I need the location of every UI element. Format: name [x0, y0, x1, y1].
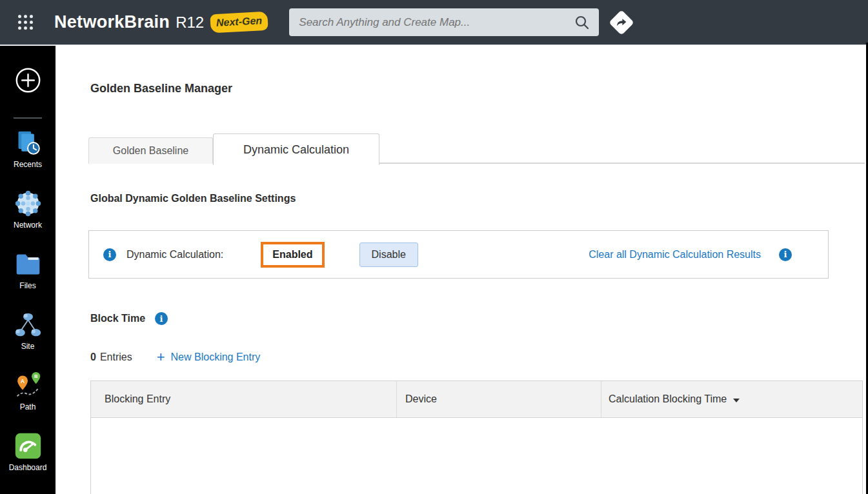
sidebar-label: Dashboard [9, 463, 47, 472]
blocking-entries-table: Blocking Entry Device Calculation Blocki… [90, 380, 863, 494]
network-globe-icon [14, 189, 43, 218]
map-redirect-icon[interactable] [609, 10, 634, 35]
top-bar: NetworkBrain R12 Next-Gen [0, 0, 868, 45]
settings-section-heading: Global Dynamic Golden Baseline Settings [90, 193, 296, 204]
table-body-empty [90, 418, 863, 494]
tab-strip: Golden Baseline Dynamic Calculation [88, 133, 865, 164]
dashboard-gauge-icon [14, 431, 43, 460]
sidebar-item-path[interactable]: A B Path [0, 371, 56, 411]
info-icon[interactable]: i [103, 248, 116, 261]
enabled-status-highlight: Enabled [261, 242, 324, 268]
sidebar-label: Path [20, 402, 36, 411]
search-input[interactable] [289, 16, 574, 29]
clear-results-group: Clear all Dynamic Calculation Results i [589, 248, 792, 261]
tab-label: Dynamic Calculation [243, 143, 349, 157]
block-time-heading: Block Time [90, 313, 145, 324]
entries-toolbar: 0 Entries + New Blocking Entry [90, 349, 260, 366]
entries-count: 0 [90, 351, 96, 363]
site-tree-icon [14, 310, 43, 339]
plus-icon: + [157, 349, 165, 366]
brand-version: R12 [176, 14, 204, 32]
sidebar-label: Site [21, 342, 35, 351]
pin-b-letter: B [34, 373, 37, 379]
tab-golden-baseline[interactable]: Golden Baseline [88, 137, 213, 164]
clear-results-link[interactable]: Clear all Dynamic Calculation Results [589, 249, 761, 261]
sidebar-label: Recents [14, 160, 42, 169]
new-blocking-entry-label: New Blocking Entry [171, 351, 261, 363]
column-header-blocking-entry: Blocking Entry [91, 381, 396, 417]
sort-descending-icon [733, 399, 740, 402]
tab-dynamic-calculation[interactable]: Dynamic Calculation [213, 133, 379, 165]
sidebar-item-network[interactable]: Network [0, 189, 56, 230]
dynamic-calculation-settings-panel: i Dynamic Calculation: Enabled Disable C… [88, 230, 829, 279]
info-icon[interactable]: i [155, 312, 168, 325]
create-new-button[interactable] [15, 67, 41, 94]
dynamic-calculation-label: Dynamic Calculation: [126, 249, 223, 261]
new-blocking-entry-link[interactable]: + New Blocking Entry [157, 349, 261, 366]
block-time-section-header: Block Time i [90, 312, 168, 325]
entries-label: Entries [100, 351, 132, 363]
global-search [289, 8, 599, 36]
recents-icon [14, 128, 43, 157]
tab-label: Golden Baseline [113, 145, 188, 157]
table-header-row: Blocking Entry Device Calculation Blocki… [90, 380, 863, 418]
column-header-calculation-blocking-time[interactable]: Calculation Blocking Time [601, 381, 862, 417]
app-menu-icon[interactable] [18, 15, 33, 30]
column-header-device: Device [396, 381, 601, 417]
sidebar-item-files[interactable]: Files [0, 250, 56, 290]
main-content: Golden Baseline Manager Golden Baseline … [56, 46, 866, 494]
status-value: Enabled [272, 249, 312, 260]
disable-button[interactable]: Disable [359, 242, 418, 267]
sidebar-divider [14, 117, 42, 119]
sidebar-item-dashboard[interactable]: Dashboard [0, 431, 56, 472]
share-arrow-icon [614, 15, 629, 30]
info-icon[interactable]: i [779, 248, 792, 261]
files-folder-icon [14, 250, 43, 279]
path-pins-icon: A B [14, 371, 43, 400]
pin-a-letter: A [21, 378, 25, 384]
sidebar-label: Files [19, 281, 35, 290]
page-title: Golden Baseline Manager [90, 82, 232, 95]
search-icon[interactable] [574, 15, 590, 30]
brand-logo-text: NetworkBrain [54, 12, 170, 32]
column-label: Blocking Entry [105, 393, 170, 405]
next-gen-badge: Next-Gen [210, 12, 268, 34]
brand-logo: NetworkBrain R12 [54, 12, 204, 32]
sidebar-item-site[interactable]: Site [0, 310, 56, 351]
left-sidebar: Recents Network Files [0, 46, 56, 494]
sidebar-label: Network [14, 221, 42, 230]
column-label: Device [405, 393, 437, 405]
column-label: Calculation Blocking Time [609, 393, 727, 405]
sidebar-item-recents[interactable]: Recents [0, 128, 56, 169]
